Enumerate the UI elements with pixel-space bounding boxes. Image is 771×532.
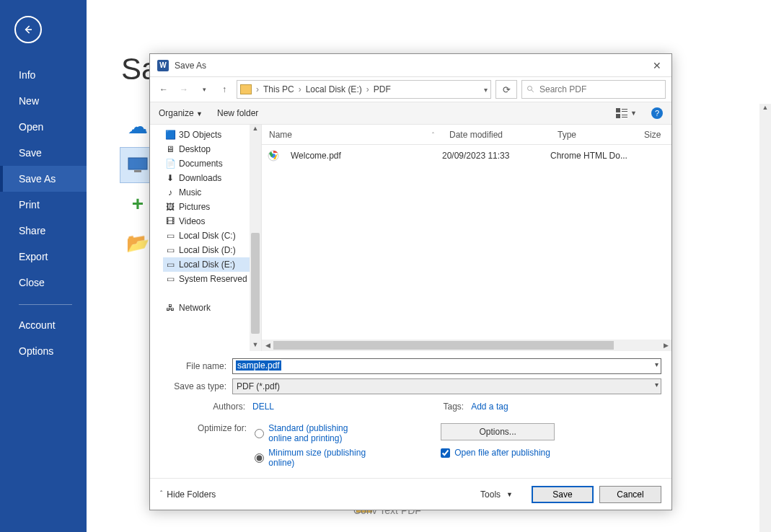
tree-item-network[interactable]: 🖧Network xyxy=(163,301,261,315)
filename-label: File name: xyxy=(160,361,232,371)
savetype-select[interactable]: PDF (*.pdf) ▾ xyxy=(232,378,661,394)
new-folder-button[interactable]: New folder xyxy=(217,108,258,118)
chevron-down-icon: ▼ xyxy=(630,110,637,117)
col-size[interactable]: Size xyxy=(637,130,671,140)
savetype-label: Save as type: xyxy=(160,381,232,391)
radio-minimum[interactable]: Minimum size (publishing online) xyxy=(255,448,369,468)
radio-standard[interactable]: Standard (publishing online and printing… xyxy=(255,423,369,443)
save-button[interactable]: Save xyxy=(532,486,594,503)
tree-item-icon: 📄 xyxy=(164,158,176,169)
tree-item-icon: 🎞 xyxy=(164,216,176,227)
dialog-body: 🟦3D Objects🖥Desktop📄Documents⬇Downloads♪… xyxy=(150,125,671,351)
scroll-up-icon[interactable]: ▲ xyxy=(250,125,261,135)
dialog-close-button[interactable]: ✕ xyxy=(643,60,671,71)
organize-button[interactable]: Organize ▼ xyxy=(159,108,203,118)
tree-scrollbar[interactable]: ▲ ▼ xyxy=(250,125,261,351)
hscroll-thumb[interactable] xyxy=(273,341,614,350)
tree-item[interactable]: 🖥Desktop xyxy=(163,142,261,156)
optimize-label: Optimize for: xyxy=(198,423,252,433)
dialog-footer: ˆHide Folders Tools▼ Save Cancel xyxy=(150,478,671,510)
col-date[interactable]: Date modified xyxy=(442,130,550,140)
help-button[interactable]: ? xyxy=(651,107,663,119)
tools-dropdown[interactable]: Tools▼ xyxy=(480,489,513,500)
view-mode-button[interactable]: ▼ xyxy=(616,108,637,118)
tree-item[interactable]: 🟦3D Objects xyxy=(163,128,261,142)
tags-add-link[interactable]: Add a tag xyxy=(471,402,508,412)
refresh-button[interactable]: ⟳ xyxy=(495,80,517,99)
tree-item[interactable]: 📄Documents xyxy=(163,156,261,171)
filename-input[interactable]: sample.pdf ▾ xyxy=(232,358,661,374)
tree-item-label: Pictures xyxy=(179,202,210,212)
view-icon xyxy=(616,108,627,118)
tree-item-icon: ▭ xyxy=(164,273,176,285)
cancel-button[interactable]: Cancel xyxy=(599,486,661,503)
tree-item-label: Downloads xyxy=(179,173,221,183)
svg-rect-0 xyxy=(128,158,147,169)
col-name[interactable]: Nameˆ xyxy=(262,130,442,140)
hide-folders-button[interactable]: ˆHide Folders xyxy=(160,489,216,500)
nav-forward-button[interactable]: → xyxy=(176,81,192,97)
options-button[interactable]: Options... xyxy=(441,423,555,440)
tags-label: Tags: xyxy=(441,402,471,412)
chevron-right-icon: › xyxy=(366,84,369,94)
open-after-checkbox[interactable]: Open file after publishing xyxy=(441,448,661,458)
address-bar[interactable]: › This PC › Local Disk (E:) › PDF ▾ xyxy=(237,80,491,99)
save-form: File name: sample.pdf ▾ Save as type: PD… xyxy=(150,351,671,478)
menu-account[interactable]: Account xyxy=(0,312,87,338)
tree-item-icon: ▭ xyxy=(164,230,176,241)
tree-item-icon: ▭ xyxy=(164,244,176,256)
col-type[interactable]: Type xyxy=(550,130,637,140)
menu-new[interactable]: New xyxy=(0,88,87,114)
folder-icon xyxy=(240,84,252,94)
svg-rect-7 xyxy=(622,115,627,115)
dialog-nav-row: ← → ▾ ↑ › This PC › Local Disk (E:) › PD… xyxy=(150,77,671,102)
menu-save-as[interactable]: Save As xyxy=(0,166,87,192)
tree-item[interactable]: ▭Local Disk (D:) xyxy=(163,243,261,257)
menu-save[interactable]: Save xyxy=(0,140,87,166)
tree-item[interactable]: ▭Local Disk (C:) xyxy=(163,229,261,243)
menu-share[interactable]: Share xyxy=(0,218,87,244)
savetype-value: PDF (*.pdf) xyxy=(237,381,280,391)
scrollbar-thumb[interactable] xyxy=(251,233,260,334)
page-scrollbar[interactable]: ▲ xyxy=(759,104,771,532)
scroll-down-icon[interactable]: ▼ xyxy=(250,341,261,351)
nav-up-button[interactable]: ↑ xyxy=(216,81,232,97)
breadcrumb-drive[interactable]: Local Disk (E:) xyxy=(306,84,362,94)
search-input[interactable]: Search PDF xyxy=(521,80,666,99)
tree-item[interactable]: ▭Local Disk (E:) xyxy=(163,257,261,272)
file-name: Welcome.pdf xyxy=(291,151,341,161)
file-date: 20/09/2023 11:33 xyxy=(442,151,550,161)
nav-recent-dropdown[interactable]: ▾ xyxy=(196,81,212,97)
tree-item-label: Videos xyxy=(179,216,205,226)
folder-open-icon: 📂 xyxy=(126,232,149,254)
file-type: Chrome HTML Do... xyxy=(550,151,637,161)
file-hscrollbar[interactable]: ◀ ▶ xyxy=(262,340,671,351)
menu-print[interactable]: Print xyxy=(0,192,87,218)
menu-open[interactable]: Open xyxy=(0,114,87,140)
authors-value[interactable]: DELL xyxy=(252,402,274,412)
breadcrumb-folder[interactable]: PDF xyxy=(374,84,391,94)
tree-item[interactable]: ⬇Downloads xyxy=(163,171,261,185)
tree-item-label: 3D Objects xyxy=(179,130,221,140)
tree-item-icon: ▭ xyxy=(164,259,176,270)
menu-options[interactable]: Options xyxy=(0,338,87,364)
scroll-left-icon[interactable]: ◀ xyxy=(262,342,273,349)
file-row[interactable]: Welcome.pdf 20/09/2023 11:33 Chrome HTML… xyxy=(262,145,671,167)
svg-rect-5 xyxy=(622,111,627,112)
tree-item[interactable]: 🖼Pictures xyxy=(163,200,261,214)
menu-close[interactable]: Close xyxy=(0,270,87,296)
svg-rect-1 xyxy=(134,170,141,172)
address-dropdown-icon[interactable]: ▾ xyxy=(484,86,488,94)
scroll-right-icon[interactable]: ▶ xyxy=(660,342,671,349)
tree-item[interactable]: ♪Music xyxy=(163,185,261,200)
save-as-dialog: W Save As ✕ ← → ▾ ↑ › This PC › Local Di… xyxy=(149,53,672,510)
menu-export[interactable]: Export xyxy=(0,244,87,270)
menu-info[interactable]: Info xyxy=(0,62,87,88)
tree-item-label: Local Disk (D:) xyxy=(179,245,236,255)
tree-item[interactable]: 🎞Videos xyxy=(163,214,261,229)
tree-item[interactable]: ▭System Reserved xyxy=(163,272,261,286)
breadcrumb-root[interactable]: This PC xyxy=(263,84,294,94)
back-button[interactable] xyxy=(14,16,42,43)
nav-back-button[interactable]: ← xyxy=(156,81,172,97)
scroll-up-arrow[interactable]: ▲ xyxy=(759,104,771,114)
